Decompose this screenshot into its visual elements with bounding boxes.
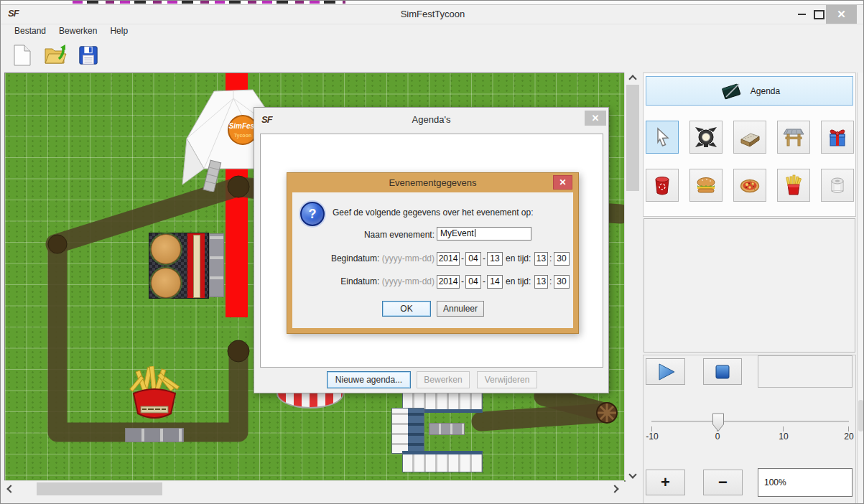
scroll-down-button[interactable] bbox=[625, 468, 641, 480]
end-label-text: Eindatum: bbox=[340, 276, 379, 286]
end-month-input[interactable]: 04 bbox=[465, 275, 481, 289]
agenda-category-button[interactable]: Agenda bbox=[646, 76, 853, 106]
fries-icon bbox=[782, 174, 805, 197]
agenda-category-label: Agenda bbox=[751, 86, 780, 96]
tool-trash-can-button[interactable] bbox=[646, 169, 679, 202]
scroll-up-button[interactable] bbox=[625, 73, 641, 85]
chevron-right-icon bbox=[610, 485, 618, 493]
tool-gift-button[interactable] bbox=[821, 121, 854, 154]
status-box bbox=[758, 355, 853, 388]
play-button[interactable] bbox=[646, 358, 685, 385]
slider-handle[interactable] bbox=[712, 413, 725, 432]
cancel-label: Annuleer bbox=[443, 304, 478, 314]
window-title: SimFestTycoon bbox=[1, 9, 864, 19]
menu-item-bestand[interactable]: Bestand bbox=[9, 24, 51, 37]
event-dialog-close-button[interactable]: ✕ bbox=[553, 175, 572, 190]
begin-day-input[interactable]: 13 bbox=[487, 252, 503, 266]
edit-agenda-label: Bewerken bbox=[424, 375, 462, 385]
begin-year-input[interactable]: 2014 bbox=[437, 252, 460, 266]
scroll-right-button[interactable] bbox=[608, 482, 621, 495]
burger-stand-counter-top bbox=[193, 235, 200, 298]
vertical-scroll-thumb[interactable] bbox=[626, 85, 639, 191]
tool-scaffold-gate-button[interactable] bbox=[777, 121, 810, 154]
chevron-down-icon bbox=[628, 470, 636, 478]
close-button[interactable]: ✕ bbox=[826, 5, 857, 24]
speed-slider[interactable] bbox=[651, 421, 849, 423]
begin-hour-input[interactable]: 13 bbox=[534, 252, 548, 266]
pizza-icon bbox=[738, 174, 761, 197]
event-dialog: Evenementgegevens ✕ ? Geef de volgende g… bbox=[287, 172, 579, 334]
open-file-button[interactable] bbox=[42, 41, 68, 70]
date-separator: - bbox=[461, 276, 464, 286]
zoom-out-button[interactable]: − bbox=[703, 470, 743, 495]
slider-tick-label: 20 bbox=[844, 431, 853, 442]
slider-tick-label: -10 bbox=[646, 431, 658, 442]
end-day-input[interactable]: 14 bbox=[487, 275, 503, 289]
cancel-button[interactable]: Annuleer bbox=[437, 301, 484, 317]
end-hour-input[interactable]: 13 bbox=[534, 275, 548, 289]
fries-stand bbox=[129, 366, 180, 427]
slider-tick bbox=[848, 426, 849, 431]
playback-panel: -10 0 10 20 + − 100% bbox=[643, 355, 856, 504]
maximize-icon bbox=[814, 10, 824, 19]
burger-stand bbox=[149, 233, 209, 299]
begin-minute-input[interactable]: 30 bbox=[554, 252, 570, 266]
spotlight-icon bbox=[695, 126, 717, 149]
tool-hamburger-button[interactable] bbox=[689, 169, 723, 202]
background-window-content bbox=[73, 1, 345, 4]
agenda-dialog-titlebar[interactable]: SF Agenda's ✕ bbox=[254, 108, 608, 131]
end-time-label: en tijd: bbox=[506, 276, 531, 286]
tool-toilet-paper-button[interactable] bbox=[821, 169, 854, 202]
agenda-dialog-close-button[interactable]: ✕ bbox=[585, 111, 606, 126]
cursor-icon bbox=[651, 126, 674, 149]
side-panel-tools: Agenda bbox=[643, 73, 856, 217]
horizontal-scroll-thumb[interactable] bbox=[37, 482, 162, 495]
event-dialog-body: ? Geef de volgende gegevens over het eve… bbox=[292, 192, 573, 328]
tool-pizza-button[interactable] bbox=[733, 169, 766, 202]
plus-icon: + bbox=[661, 473, 670, 492]
gift-icon bbox=[826, 126, 849, 149]
tool-stage-platform-button[interactable] bbox=[733, 121, 766, 154]
new-agenda-label: Nieuwe agenda... bbox=[335, 375, 402, 385]
end-minute-input[interactable]: 30 bbox=[554, 275, 570, 289]
tent-logo-subtext: Tycoon bbox=[234, 133, 251, 139]
zoom-level-field[interactable]: 100% bbox=[758, 468, 853, 497]
new-file-button[interactable] bbox=[9, 41, 35, 70]
tent-logo-badge bbox=[228, 116, 257, 144]
begin-time-label: en tijd: bbox=[506, 253, 531, 263]
new-agenda-button[interactable]: Nieuwe agenda... bbox=[327, 371, 411, 388]
delete-agenda-button[interactable]: Verwijderen bbox=[477, 371, 537, 388]
begin-month-input[interactable]: 04 bbox=[465, 252, 481, 266]
main-toolbar bbox=[1, 38, 864, 73]
name-input[interactable]: MyEvent bbox=[437, 227, 531, 241]
slider-tick bbox=[651, 426, 652, 431]
item-list-panel bbox=[644, 218, 855, 353]
end-year-input[interactable]: 2014 bbox=[437, 275, 460, 289]
canvas-horizontal-scrollbar[interactable] bbox=[4, 480, 624, 497]
canvas-vertical-scrollbar[interactable] bbox=[624, 73, 641, 480]
help-icon: ? bbox=[300, 202, 325, 226]
open-file-icon bbox=[43, 43, 68, 67]
menu-bar: Bestand Bewerken Help bbox=[1, 23, 864, 38]
tool-spotlight-button[interactable] bbox=[689, 121, 723, 154]
tool-fries-button[interactable] bbox=[777, 169, 810, 202]
agenda-dialog-title: Agenda's bbox=[254, 114, 608, 125]
menu-item-bewerken[interactable]: Bewerken bbox=[54, 24, 102, 37]
save-file-button[interactable] bbox=[75, 41, 101, 70]
scroll-left-button[interactable] bbox=[4, 482, 17, 495]
toilet-block bbox=[402, 451, 483, 472]
panel-scroll-thumb[interactable] bbox=[858, 400, 863, 431]
ok-button[interactable]: OK bbox=[382, 301, 431, 317]
zoom-in-button[interactable]: + bbox=[646, 470, 685, 495]
edit-agenda-button[interactable]: Bewerken bbox=[417, 371, 470, 388]
app-icon: SF bbox=[8, 8, 19, 19]
ok-label: OK bbox=[400, 304, 412, 314]
menu-item-help[interactable]: Help bbox=[105, 24, 133, 37]
stage-platform-icon bbox=[738, 126, 761, 149]
panel-scrollbar[interactable] bbox=[857, 73, 864, 504]
name-label: Naam evenement: bbox=[292, 230, 435, 240]
stop-button[interactable] bbox=[703, 358, 742, 385]
date-separator: - bbox=[483, 276, 486, 286]
close-icon: ✕ bbox=[592, 113, 600, 123]
tool-cursor-button[interactable] bbox=[646, 121, 679, 154]
